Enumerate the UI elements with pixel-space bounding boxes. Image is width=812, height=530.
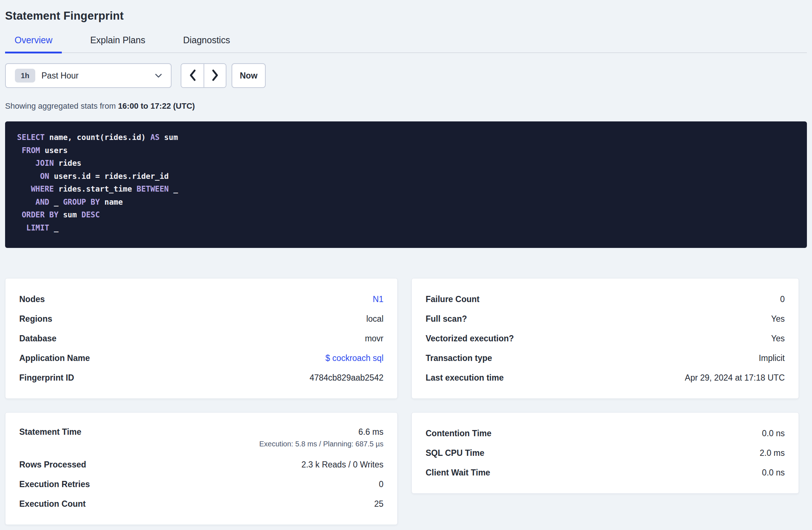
detail-row: Contention Time0.0 ns [426, 423, 785, 443]
sql-token [17, 159, 36, 168]
chevron-left-icon [189, 69, 197, 83]
sql-keyword: ON [40, 172, 49, 181]
time-range-badge: 1h [15, 69, 35, 83]
sql-keyword: FROM [22, 146, 40, 155]
tab-diagnostics[interactable]: Diagnostics [174, 35, 240, 53]
sql-token: _ [169, 185, 178, 193]
sql-line: LIMIT _ [17, 222, 796, 235]
detail-row: Full scan?Yes [426, 309, 785, 329]
row-label: Contention Time [426, 429, 491, 438]
tab-bar: OverviewExplain PlansDiagnostics [5, 35, 807, 53]
row-label: Execution Retries [19, 479, 90, 489]
row-label: Client Wait Time [426, 468, 490, 478]
sql-line: AND _ GROUP BY name [17, 196, 796, 209]
stats-caption-range: 16:00 to 17:22 (UTC) [118, 101, 195, 111]
execution-attributes-card: Failure Count0Full scan?YesVectorized ex… [411, 278, 799, 399]
row-value: 6.6 ms [358, 427, 383, 437]
sql-token: users.id = rides.rider_id [49, 172, 169, 181]
row-label: Statement Time [19, 427, 81, 437]
previous-time-button[interactable] [181, 64, 204, 87]
row-value: 0 [780, 294, 785, 304]
sql-token: _ [49, 224, 59, 232]
row-value: 0.0 ns [762, 468, 785, 478]
sql-token [17, 146, 22, 155]
timing-cards-row: Statement Time6.6 msExecution: 5.8 ms / … [5, 412, 807, 525]
sql-keyword: LIMIT [26, 224, 49, 232]
statement-fingerprint-page: Statement Fingerprint OverviewExplain Pl… [0, 0, 812, 525]
detail-row: Execution Retries0 [19, 474, 383, 494]
row-label: Full scan? [426, 314, 467, 324]
sql-token: rides.start_time [54, 185, 137, 193]
row-value: Implicit [759, 353, 785, 363]
details-cards-row: NodesN1RegionslocalDatabasemovrApplicati… [5, 278, 807, 399]
page-title: Statement Fingerprint [5, 0, 807, 23]
stats-caption-prefix: Showing aggregated stats from [5, 101, 118, 111]
tab-overview[interactable]: Overview [5, 35, 62, 53]
detail-row: Regionslocal [19, 309, 383, 329]
sql-keyword: DESC [81, 210, 100, 219]
row-value: 2.3 k Reads / 0 Writes [301, 460, 383, 470]
row-label: Regions [19, 314, 52, 324]
wait-timing-card: Contention Time0.0 nsSQL CPU Time2.0 msC… [411, 412, 799, 494]
time-range-dropdown[interactable]: 1h Past Hour [5, 63, 172, 88]
sql-line: WHERE rides.start_time BETWEEN _ [17, 183, 796, 196]
row-label: Rows Processed [19, 460, 86, 470]
sql-token: _ [49, 198, 63, 206]
sql-token [17, 210, 22, 219]
sql-statement-box: SELECT name, count(rides.id) AS sum FROM… [5, 121, 807, 248]
row-label: Execution Count [19, 499, 86, 509]
sql-line: SELECT name, count(rides.id) AS sum [17, 131, 796, 144]
row-label: Transaction type [426, 353, 492, 363]
statement-details-card: NodesN1RegionslocalDatabasemovrApplicati… [5, 278, 398, 399]
sql-keyword: SELECT [17, 133, 45, 142]
sql-token: sum [160, 133, 178, 142]
sql-token: rides [54, 159, 81, 168]
next-time-button[interactable] [204, 64, 226, 87]
tab-explain-plans[interactable]: Explain Plans [81, 35, 154, 53]
sql-token [17, 224, 26, 232]
statement-timing-card: Statement Time6.6 msExecution: 5.8 ms / … [5, 412, 398, 525]
sql-token: name, count(rides.id) [45, 133, 150, 142]
row-value-link[interactable]: N1 [373, 294, 383, 304]
row-value: 25 [374, 499, 383, 509]
detail-row: Failure Count0 [426, 289, 785, 309]
time-step-buttons [181, 63, 226, 88]
sql-keyword: AS [150, 133, 160, 142]
row-label: Fingerprint ID [19, 373, 74, 383]
detail-row: SQL CPU Time2.0 ms [426, 443, 785, 463]
row-value: Yes [771, 314, 785, 324]
detail-row: Vectorized execution?Yes [426, 329, 785, 348]
row-label: SQL CPU Time [426, 448, 484, 458]
sql-keyword: WHERE [31, 185, 54, 193]
row-value: Apr 29, 2024 at 17:18 UTC [685, 373, 785, 383]
row-label: Last execution time [426, 373, 504, 383]
sql-keyword: GROUP BY [63, 198, 100, 206]
row-value: 0.0 ns [762, 429, 785, 438]
row-label: Nodes [19, 294, 45, 304]
sql-keyword: ORDER BY [22, 210, 59, 219]
sql-line: ON users.id = rides.rider_id [17, 170, 796, 183]
detail-row: Application Name$ cockroach sql [19, 348, 383, 368]
row-value-link[interactable]: $ cockroach sql [325, 353, 383, 363]
now-button[interactable]: Now [232, 63, 266, 88]
row-value: 2.0 ms [760, 448, 785, 458]
detail-row: Databasemovr [19, 329, 383, 348]
sql-line: ORDER BY sum DESC [17, 209, 796, 222]
row-value: movr [365, 334, 383, 344]
detail-row: Statement Time6.6 msExecution: 5.8 ms / … [19, 423, 383, 455]
row-label: Vectorized execution? [426, 334, 514, 344]
sql-token [17, 198, 36, 206]
detail-row: Client Wait Time0.0 ns [426, 463, 785, 482]
row-label: Failure Count [426, 294, 479, 304]
time-controls: 1h Past Hour Now [5, 63, 807, 88]
detail-row: Last execution timeApr 29, 2024 at 17:18… [426, 368, 785, 388]
row-subvalue: Execution: 5.8 ms / Planning: 687.5 µs [259, 440, 383, 448]
row-value-block: 6.6 msExecution: 5.8 ms / Planning: 687.… [259, 427, 383, 448]
detail-row: Rows Processed2.3 k Reads / 0 Writes [19, 455, 383, 474]
sql-token: users [40, 146, 68, 155]
sql-keyword: AND [36, 198, 49, 206]
detail-row: NodesN1 [19, 289, 383, 309]
row-value: local [366, 314, 383, 324]
row-label: Application Name [19, 353, 90, 363]
chevron-right-icon [211, 69, 219, 83]
